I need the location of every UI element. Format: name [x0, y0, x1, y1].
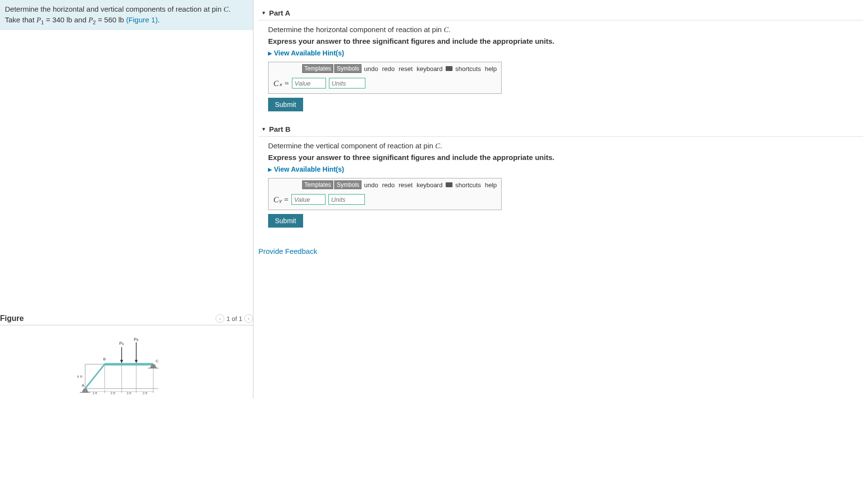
part-a-title: Part A — [269, 9, 290, 17]
reset-button[interactable]: reset — [397, 65, 414, 72]
templates-button[interactable]: Templates — [302, 180, 334, 189]
figure-nav: ‹ 1 of 1 › — [216, 314, 253, 323]
svg-text:3 ft: 3 ft — [127, 391, 131, 395]
help-button[interactable]: help — [483, 65, 498, 72]
part-b-title: Part B — [269, 125, 290, 133]
figure-diagram: 4 ft P₁ P₂ B C A — [0, 325, 253, 398]
part-a-units-input[interactable] — [329, 78, 365, 89]
part-b-submit-button[interactable]: Submit — [268, 214, 303, 228]
svg-text:3 ft: 3 ft — [143, 391, 147, 395]
keyboard-icon — [446, 66, 452, 71]
svg-text:4 ft: 4 ft — [77, 374, 83, 379]
part-a-prompt: Determine the horizontal component of re… — [268, 25, 863, 34]
redo-button[interactable]: redo — [380, 65, 396, 72]
provide-feedback-link[interactable]: Provide Feedback — [258, 247, 317, 255]
part-a-value-input[interactable] — [292, 78, 326, 89]
part-b-answer-box: Templates Symbols undo redo reset keyboa… — [268, 178, 502, 210]
figure-prev-button[interactable]: ‹ — [216, 314, 224, 323]
figure-title: Figure — [0, 314, 24, 323]
part-a-hints-link[interactable]: ▶ View Available Hint(s) — [268, 49, 863, 57]
caret-down-icon: ▼ — [261, 10, 266, 16]
figure-next-button[interactable]: › — [244, 314, 253, 323]
symbols-button[interactable]: Symbols — [334, 180, 362, 189]
caret-down-icon: ▼ — [261, 126, 266, 132]
part-a-submit-button[interactable]: Submit — [268, 98, 303, 111]
part-a-toolbar: Templates Symbols undo redo reset keyboa… — [269, 62, 501, 75]
svg-text:3 ft: 3 ft — [92, 391, 97, 395]
keyboard-button[interactable]: keyboard — [415, 65, 444, 72]
part-b-prompt: Determine the vertical component of reac… — [268, 142, 863, 150]
figure-link[interactable]: (Figure 1) — [126, 16, 158, 24]
svg-text:A: A — [82, 383, 85, 388]
help-button[interactable]: help — [483, 181, 498, 189]
figure-header: Figure ‹ 1 of 1 › — [0, 312, 253, 325]
reset-button[interactable]: reset — [397, 181, 414, 189]
shortcuts-button[interactable]: shortcuts — [454, 181, 483, 189]
undo-button[interactable]: undo — [362, 65, 380, 72]
symbols-button[interactable]: Symbols — [334, 64, 362, 73]
part-a-answer-box: Templates Symbols undo redo reset keyboa… — [268, 62, 502, 94]
svg-text:3 ft: 3 ft — [110, 391, 115, 395]
shortcuts-button[interactable]: shortcuts — [454, 65, 483, 72]
svg-text:P₂: P₂ — [134, 337, 139, 342]
part-a-express: Express your answer to three significant… — [268, 37, 863, 45]
svg-text:P₁: P₁ — [119, 341, 124, 346]
undo-button[interactable]: undo — [362, 181, 380, 189]
part-a-var-label: Cₓ = — [273, 79, 289, 88]
svg-marker-11 — [120, 360, 123, 363]
redo-button[interactable]: redo — [380, 181, 396, 189]
part-b-express: Express your answer to three significant… — [268, 153, 863, 161]
part-b-value-input[interactable] — [291, 194, 326, 205]
caret-right-icon: ▶ — [268, 167, 272, 172]
part-b-toolbar: Templates Symbols undo redo reset keyboa… — [269, 178, 501, 191]
keyboard-icon — [446, 182, 452, 187]
part-b-units-input[interactable] — [328, 194, 365, 205]
part-a-header[interactable]: ▼ Part A — [258, 5, 863, 20]
part-b-var-label: Cᵧ = — [273, 195, 289, 204]
part-b-header[interactable]: ▼ Part B — [258, 121, 863, 137]
problem-text: Determine the horizontal and vertical co… — [5, 5, 223, 13]
keyboard-button[interactable]: keyboard — [415, 181, 444, 189]
svg-text:B: B — [103, 357, 106, 361]
var-c: C — [223, 5, 228, 13]
svg-text:C: C — [156, 359, 159, 363]
problem-statement: Determine the horizontal and vertical co… — [0, 0, 253, 30]
svg-marker-14 — [135, 360, 138, 363]
caret-right-icon: ▶ — [268, 51, 272, 56]
svg-line-4 — [85, 364, 105, 389]
part-b-hints-link[interactable]: ▶ View Available Hint(s) — [268, 165, 863, 173]
templates-button[interactable]: Templates — [302, 64, 334, 73]
figure-nav-text: 1 of 1 — [226, 315, 242, 322]
